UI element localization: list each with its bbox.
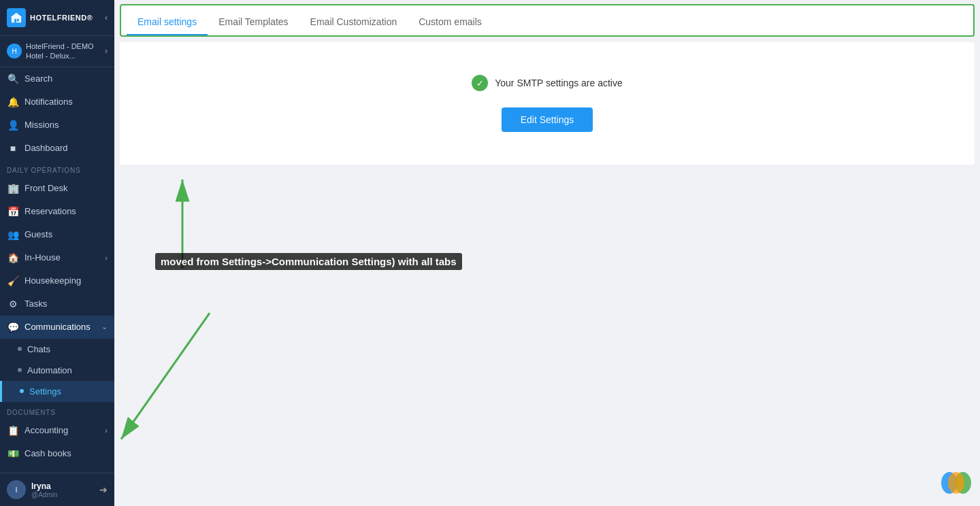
- sidebar-item-tasks[interactable]: ⚙ Tasks: [0, 292, 114, 316]
- sidebar-item-guests[interactable]: 👥 Guests: [0, 223, 114, 246]
- sidebar-label-search: Search: [24, 73, 52, 84]
- svg-rect-2: [14, 19, 16, 22]
- smtp-check-icon: ✓: [472, 75, 488, 91]
- sidebar-item-communications[interactable]: 💬 Communications ⌄: [0, 316, 114, 339]
- inhouse-chevron-icon: ›: [105, 254, 108, 262]
- sidebar-item-search[interactable]: 🔍 Search: [0, 67, 114, 90]
- smtp-status-text: Your SMTP settings are active: [495, 78, 623, 88]
- annotation-arrows: [114, 165, 980, 506]
- sidebar-item-chats[interactable]: Chats: [0, 339, 114, 360]
- hotel-info-left: H HotelFriend - DEMOHotel - Delux...: [7, 41, 94, 61]
- hotel-chevron-icon: ›: [105, 46, 108, 56]
- smtp-status-row: ✓ Your SMTP settings are active: [472, 75, 623, 91]
- dashboard-icon: ■: [7, 143, 19, 154]
- sidebar-item-cashbooks[interactable]: 💵 Cash books: [0, 442, 114, 465]
- sidebar-label-automation: Automation: [27, 365, 72, 375]
- guests-icon: 👥: [7, 229, 19, 240]
- sidebar-item-reservations[interactable]: 📅 Reservations: [0, 200, 114, 223]
- inhouse-icon: 🏠: [7, 252, 19, 263]
- documents-label: DOCUMENTS: [0, 402, 114, 419]
- sidebar-label-settings: Settings: [29, 386, 61, 397]
- tab-email-settings[interactable]: Email settings: [127, 7, 208, 35]
- svg-marker-1: [11, 13, 22, 17]
- tabs-bar: Email settings Email Templates Email Cus…: [120, 4, 975, 37]
- edit-settings-button[interactable]: Edit Settings: [502, 107, 593, 132]
- main-content: Email settings Email Templates Email Cus…: [114, 0, 980, 506]
- tab-email-templates[interactable]: Email Templates: [208, 7, 299, 35]
- sidebar-logo: HOTELFRIEND® ‹: [0, 0, 114, 36]
- hotelfriend-watermark: [939, 469, 973, 499]
- accounting-chevron-icon: ›: [105, 426, 108, 435]
- hotel-selector[interactable]: H HotelFriend - DEMOHotel - Delux... ›: [0, 36, 114, 67]
- tasks-icon: ⚙: [7, 299, 19, 309]
- cashbooks-icon: 💵: [7, 448, 19, 459]
- settings-dot-icon: [20, 389, 24, 393]
- chats-dot-icon: [18, 347, 22, 351]
- sidebar-label-frontdesk: Front Desk: [24, 183, 68, 193]
- tab-custom-emails[interactable]: Custom emails: [408, 7, 493, 35]
- hotel-avatar: H: [7, 44, 22, 58]
- sidebar-item-frontdesk[interactable]: 🏢 Front Desk: [0, 177, 114, 200]
- frontdesk-icon: 🏢: [7, 183, 19, 194]
- hotel-name: HotelFriend - DEMOHotel - Delux...: [26, 41, 94, 61]
- user-name: Iryna: [31, 482, 94, 491]
- sidebar-label-notifications: Notifications: [24, 97, 73, 107]
- user-footer: I Iryna @Admin ➔: [0, 473, 114, 506]
- sidebar: HOTELFRIEND® ‹ H HotelFriend - DEMOHotel…: [0, 0, 114, 506]
- sidebar-item-dashboard[interactable]: ■ Dashboard: [0, 137, 114, 160]
- hotelfriend-logo-icon: [7, 8, 26, 27]
- sidebar-item-housekeeping[interactable]: 🧹 Housekeeping: [0, 269, 114, 292]
- sidebar-label-cashbooks: Cash books: [24, 448, 71, 458]
- sidebar-label-tasks: Tasks: [24, 299, 47, 309]
- sidebar-item-automation[interactable]: Automation: [0, 360, 114, 381]
- brand-name: HOTELFRIEND®: [30, 14, 93, 22]
- accounting-icon: 📋: [7, 425, 19, 436]
- search-icon: 🔍: [7, 73, 19, 84]
- reservations-icon: 📅: [7, 206, 19, 217]
- bell-icon: 🔔: [7, 97, 19, 107]
- user-info: Iryna @Admin: [31, 482, 94, 499]
- automation-dot-icon: [18, 368, 22, 372]
- sidebar-label-guests: Guests: [24, 229, 52, 239]
- sidebar-item-missions[interactable]: 👤 Missions: [0, 114, 114, 137]
- sidebar-item-settings[interactable]: Settings: [0, 381, 114, 402]
- annotation-area: moved from Settings->Communication Setti…: [114, 165, 980, 506]
- smtp-settings-panel: ✓ Your SMTP settings are active Edit Set…: [120, 42, 975, 165]
- sidebar-label-communications: Communications: [24, 322, 91, 332]
- sidebar-label-accounting: Accounting: [24, 425, 68, 435]
- annotation-text: moved from Settings->Communication Setti…: [155, 253, 462, 270]
- svg-line-6: [121, 313, 210, 439]
- sidebar-collapse-icon[interactable]: ‹: [105, 13, 108, 22]
- sidebar-label-housekeeping: Housekeeping: [24, 275, 81, 286]
- housekeeping-icon: 🧹: [7, 275, 19, 286]
- svg-rect-3: [17, 19, 19, 22]
- sidebar-item-inhouse[interactable]: 🏠 In-House ›: [0, 246, 114, 269]
- communications-icon: 💬: [7, 322, 19, 333]
- daily-ops-label: DAILY OPERATIONS: [0, 160, 114, 177]
- logout-icon[interactable]: ➔: [99, 484, 108, 495]
- missions-icon: 👤: [7, 120, 19, 131]
- communications-chevron-icon: ⌄: [101, 322, 108, 331]
- sidebar-label-reservations: Reservations: [24, 206, 76, 216]
- tab-email-customization[interactable]: Email Customization: [299, 7, 408, 35]
- user-role: @Admin: [31, 491, 94, 499]
- sidebar-label-inhouse: In-House: [24, 252, 61, 263]
- sidebar-label-chats: Chats: [27, 344, 50, 354]
- sidebar-nav: 🔍 Search 🔔 Notifications 👤 Missions ■ Da…: [0, 67, 114, 473]
- sidebar-item-notifications[interactable]: 🔔 Notifications: [0, 90, 114, 114]
- sidebar-item-accounting[interactable]: 📋 Accounting ›: [0, 419, 114, 442]
- avatar: I: [7, 480, 26, 499]
- sidebar-label-missions: Missions: [24, 120, 59, 130]
- logo-left: HOTELFRIEND®: [7, 8, 93, 27]
- sidebar-label-dashboard: Dashboard: [24, 143, 68, 153]
- svg-point-9: [948, 472, 964, 494]
